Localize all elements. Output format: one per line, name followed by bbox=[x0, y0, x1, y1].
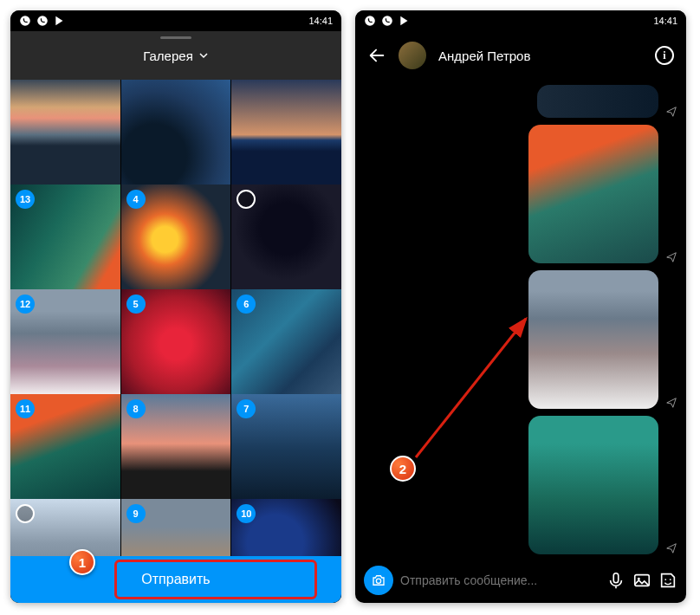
gallery-thumb[interactable]: 13 bbox=[10, 184, 120, 295]
gallery-thumb[interactable] bbox=[231, 184, 341, 295]
message-row bbox=[528, 125, 677, 263]
message-image[interactable] bbox=[537, 85, 658, 118]
svg-point-0 bbox=[20, 16, 30, 26]
viber-icon bbox=[381, 15, 393, 27]
gallery-thumb[interactable]: 12 bbox=[10, 289, 120, 399]
gallery-thumb[interactable]: 7 bbox=[231, 394, 341, 504]
sent-status-icon bbox=[665, 251, 677, 263]
selection-badge: 4 bbox=[126, 190, 146, 209]
chat-header: Андрей Петров i bbox=[355, 31, 686, 80]
selection-badge: 11 bbox=[16, 399, 35, 418]
selection-badge: 6 bbox=[237, 295, 256, 314]
chevron-down-icon bbox=[198, 50, 209, 61]
selection-badge: 8 bbox=[126, 399, 146, 418]
sticker-icon[interactable] bbox=[658, 571, 677, 590]
selection-badge: 12 bbox=[16, 295, 35, 314]
svg-point-1 bbox=[37, 16, 48, 26]
status-bar: 14:41 bbox=[355, 10, 686, 31]
gallery-thumb[interactable] bbox=[121, 80, 231, 190]
sent-status-icon bbox=[665, 397, 677, 409]
svg-rect-5 bbox=[613, 573, 619, 583]
play-store-icon bbox=[399, 15, 411, 27]
phone-left: 14:41 Галерея 13 4 12 5 6 11 8 7 9 10 bbox=[10, 10, 341, 603]
viber-icon bbox=[36, 15, 49, 27]
info-icon[interactable]: i bbox=[655, 46, 674, 65]
gallery-header: Галерея bbox=[10, 31, 341, 80]
message-row bbox=[537, 85, 677, 118]
microphone-icon[interactable] bbox=[606, 571, 625, 590]
drag-handle-icon[interactable] bbox=[160, 36, 191, 39]
message-row bbox=[528, 416, 677, 554]
camera-button[interactable] bbox=[364, 566, 393, 595]
image-icon[interactable] bbox=[632, 571, 651, 590]
gallery-thumb[interactable]: 4 bbox=[121, 184, 231, 295]
sent-status-icon bbox=[665, 542, 677, 554]
gallery-thumb[interactable]: 8 bbox=[121, 394, 231, 504]
selection-badge-empty bbox=[16, 504, 35, 523]
gallery-thumb[interactable]: 5 bbox=[121, 289, 231, 399]
svg-point-9 bbox=[670, 579, 671, 580]
annotation-highlight bbox=[114, 560, 317, 599]
gallery-thumb[interactable] bbox=[10, 80, 120, 190]
selection-badge: 13 bbox=[16, 190, 35, 209]
message-image[interactable] bbox=[528, 125, 658, 263]
viber-icon bbox=[19, 15, 31, 27]
phone-right: 14:41 Андрей Петров i bbox=[355, 10, 686, 603]
selection-badge: 9 bbox=[126, 504, 146, 523]
gallery-thumb[interactable]: 6 bbox=[231, 289, 341, 399]
viber-icon bbox=[364, 15, 376, 27]
message-image[interactable] bbox=[528, 270, 658, 409]
message-image[interactable] bbox=[528, 416, 658, 554]
svg-point-8 bbox=[664, 579, 666, 580]
gallery-thumb[interactable] bbox=[231, 80, 341, 190]
status-time: 14:41 bbox=[653, 16, 677, 26]
gallery-thumb[interactable]: 11 bbox=[10, 394, 120, 504]
gallery-title-label: Галерея bbox=[143, 49, 193, 63]
back-arrow-icon[interactable] bbox=[367, 46, 386, 65]
selection-badge-empty bbox=[237, 190, 256, 209]
camera-icon bbox=[371, 573, 386, 588]
status-bar: 14:41 bbox=[10, 10, 341, 31]
svg-point-2 bbox=[365, 16, 375, 26]
selection-badge: 10 bbox=[237, 504, 256, 523]
svg-point-4 bbox=[376, 579, 380, 583]
sent-status-icon bbox=[665, 106, 677, 118]
message-row bbox=[528, 270, 677, 409]
message-input-bar bbox=[355, 558, 686, 603]
step-badge-1: 1 bbox=[69, 549, 95, 575]
step-badge-2: 2 bbox=[390, 456, 416, 482]
contact-name[interactable]: Андрей Петров bbox=[438, 49, 530, 63]
message-input[interactable] bbox=[400, 573, 600, 587]
gallery-grid: 13 4 12 5 6 11 8 7 9 10 bbox=[10, 80, 341, 603]
status-time: 14:41 bbox=[308, 16, 333, 26]
gallery-dropdown[interactable]: Галерея bbox=[143, 49, 209, 63]
avatar[interactable] bbox=[399, 42, 426, 69]
message-list[interactable] bbox=[355, 80, 686, 558]
play-store-icon bbox=[54, 15, 66, 27]
selection-badge: 5 bbox=[126, 295, 146, 314]
svg-point-3 bbox=[382, 16, 392, 26]
selection-badge: 7 bbox=[237, 399, 256, 418]
